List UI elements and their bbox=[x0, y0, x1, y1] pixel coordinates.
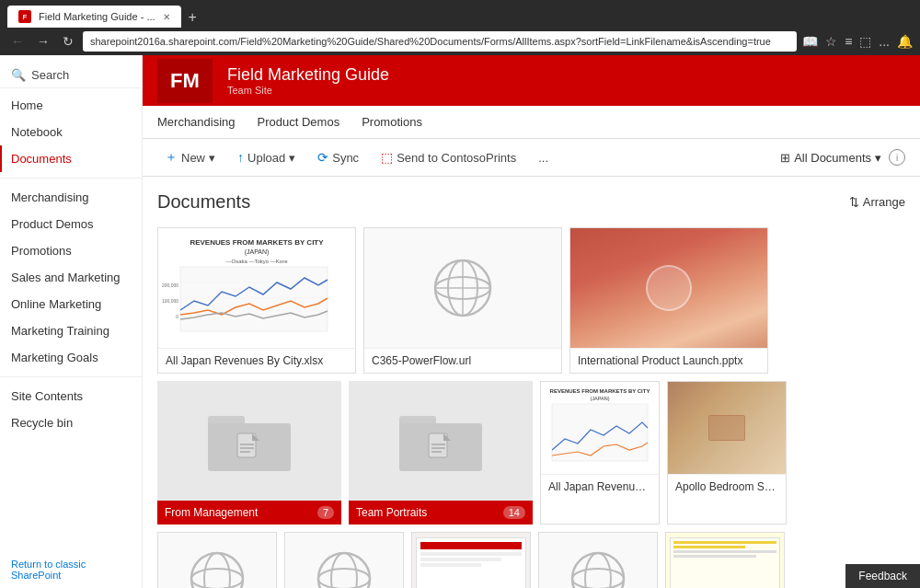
sidebar-item-home[interactable]: Home bbox=[0, 92, 142, 119]
notifications-icon[interactable]: 🔔 bbox=[897, 34, 913, 49]
svg-text:200,000: 200,000 bbox=[162, 282, 178, 288]
doc-thumbnail-contoso-product bbox=[412, 533, 530, 588]
doc-tile-contoso-product[interactable]: Contoso Product Inn... bbox=[411, 532, 531, 588]
favorites-icon[interactable]: ☆ bbox=[825, 34, 837, 49]
address-text: sharepoint2016a.sharepoint.com/Field%20M… bbox=[90, 36, 771, 47]
sub-nav-product-demos[interactable]: Product Demos bbox=[258, 108, 340, 136]
doc-name-apollo-bedroom: Apollo Bedroom Set.docx bbox=[668, 474, 786, 499]
folder-team-portraits[interactable]: Team Portraits 14 bbox=[349, 381, 533, 525]
new-button[interactable]: ＋ New ▾ bbox=[157, 144, 223, 170]
folder-name-management: From Management 7 bbox=[157, 501, 341, 525]
svg-text:100,000: 100,000 bbox=[162, 298, 178, 304]
new-tab-button[interactable]: + bbox=[181, 9, 204, 26]
browser-toolbar: ← → ↻ sharepoint2016a.sharepoint.com/Fie… bbox=[0, 28, 920, 55]
globe-icon-svg bbox=[431, 256, 495, 320]
return-to-classic-link[interactable]: Return to classic SharePoint bbox=[0, 551, 142, 588]
search-icon: 🔍 bbox=[11, 68, 26, 82]
arrange-icon: ⇅ bbox=[849, 195, 859, 209]
refresh-button[interactable]: ↻ bbox=[59, 32, 77, 51]
sidebar-item-notebook[interactable]: Notebook bbox=[0, 119, 142, 145]
forward-button[interactable]: → bbox=[33, 32, 53, 51]
doc-tile-contoso-purchasing[interactable]: Contoso Purchasing Pro... bbox=[538, 532, 658, 588]
svg-point-36 bbox=[572, 553, 624, 588]
sidebar-item-online-marketing[interactable]: Online Marketing bbox=[0, 291, 142, 317]
sidebar-item-marketing-goals[interactable]: Marketing Goals bbox=[0, 344, 142, 371]
browser-toolbar-icons: 📖 ☆ ≡ ⬚ ... 🔔 bbox=[802, 34, 913, 49]
arrange-button[interactable]: ⇅ Arrange bbox=[849, 195, 905, 209]
doc-tile-apollo-bedroom[interactable]: Apollo Bedroom Set.docx bbox=[667, 381, 787, 525]
back-button[interactable]: ← bbox=[7, 32, 28, 51]
reading-view-icon[interactable]: 📖 bbox=[802, 34, 818, 49]
all-documents-button[interactable]: ⊞ All Documents ▾ bbox=[780, 151, 881, 165]
svg-text:—Osaka  —Tokyo  —Kore: —Osaka —Tokyo —Kore bbox=[225, 259, 288, 264]
doc-tile-japan-2[interactable]: REVENUES FROM MARKETS BY CITY (JAPAN) Al… bbox=[540, 381, 660, 525]
info-button[interactable]: i bbox=[889, 149, 905, 166]
sidebar-item-merchandising[interactable]: Merchandising bbox=[0, 184, 142, 211]
folder-name-portraits: Team Portraits 14 bbox=[349, 501, 533, 525]
docs-title: Documents bbox=[157, 191, 250, 213]
sidebar-item-site-contents[interactable]: Site Contents bbox=[0, 383, 142, 409]
sidebar-item-product-demos[interactable]: Product Demos bbox=[0, 211, 142, 237]
globe-icon-svg-3 bbox=[312, 547, 376, 588]
docs-area: Documents ⇅ Arrange REVENUES FROM MARKET… bbox=[143, 177, 920, 588]
hub-icon[interactable]: ≡ bbox=[845, 34, 852, 49]
tab-favicon: F bbox=[18, 10, 31, 23]
doc-tile-contract-proposals[interactable]: Contract Proposals.d... bbox=[665, 532, 785, 588]
more-label: ... bbox=[538, 151, 548, 165]
sidebar-item-recycle-bin[interactable]: Recycle bin bbox=[0, 409, 142, 436]
folder-count-portraits: 14 bbox=[503, 506, 525, 519]
doc-tile-c365-2[interactable]: C365-PowerFlow.url bbox=[284, 532, 404, 588]
sidebar-item-promotions[interactable]: Promotions bbox=[0, 237, 142, 264]
feedback-button[interactable]: Feedback bbox=[845, 564, 920, 588]
doc-thumbnail-contract bbox=[666, 533, 784, 588]
sub-nav-promotions[interactable]: Promotions bbox=[362, 108, 422, 136]
arrange-label: Arrange bbox=[863, 195, 905, 209]
plus-icon: ＋ bbox=[165, 149, 178, 166]
close-tab-icon[interactable]: ✕ bbox=[163, 12, 170, 22]
more-icon[interactable]: ... bbox=[879, 34, 890, 49]
svg-point-33 bbox=[318, 553, 370, 588]
more-button[interactable]: ... bbox=[531, 146, 556, 169]
svg-text:REVENUES FROM MARKETS BY CITY: REVENUES FROM MARKETS BY CITY bbox=[550, 388, 650, 394]
toolbar-right: ⊞ All Documents ▾ i bbox=[780, 149, 905, 166]
browser-tab-active[interactable]: F Field Marketing Guide - ... ✕ bbox=[7, 6, 181, 28]
svg-point-34 bbox=[331, 553, 357, 588]
doc-toolbar: ＋ New ▾ ↑ Upload ▾ ⟳ Sync ⬚ Send to Cont… bbox=[143, 139, 920, 177]
sidebar: 🔍 Search Home Notebook Documents Merchan… bbox=[0, 55, 143, 588]
share-icon[interactable]: ⬚ bbox=[859, 34, 871, 49]
sidebar-divider-2 bbox=[0, 376, 142, 377]
doc-tile-japan-revenues[interactable]: REVENUES FROM MARKETS BY CITY (JAPAN) —O… bbox=[157, 227, 356, 374]
upload-icon: ↑ bbox=[237, 150, 244, 165]
sp-logo: FM bbox=[157, 59, 213, 103]
doc-tile-apollo-test[interactable]: Apollo Test Cases.docx... bbox=[157, 532, 277, 588]
send-button[interactable]: ⬚ Send to ContosoPrints bbox=[374, 145, 523, 169]
doc-tile-c365[interactable]: C365-PowerFlow.url bbox=[363, 227, 562, 374]
doc-thumbnail-c365-2 bbox=[285, 533, 403, 588]
upload-button[interactable]: ↑ Upload ▾ bbox=[230, 145, 303, 169]
doc-tile-intl-product[interactable]: International Product Launch.pptx bbox=[569, 227, 768, 374]
sidebar-item-sales-marketing[interactable]: Sales and Marketing bbox=[0, 264, 142, 291]
sync-button[interactable]: ⟳ Sync bbox=[310, 145, 366, 169]
send-label: Send to ContosoPrints bbox=[397, 151, 516, 165]
sub-nav: Merchandising Product Demos Promotions bbox=[143, 106, 920, 139]
svg-point-31 bbox=[204, 553, 230, 588]
sync-icon: ⟳ bbox=[317, 150, 328, 165]
excel-chart-small: REVENUES FROM MARKETS BY CITY (JAPAN) bbox=[545, 384, 655, 472]
sidebar-search[interactable]: 🔍 Search bbox=[0, 63, 142, 88]
doc-name-intl-product: International Product Launch.pptx bbox=[570, 348, 767, 373]
doc-name-japan-2: All Japan Revenues By... bbox=[541, 474, 659, 499]
doc-thumbnail-apollo-test bbox=[158, 533, 276, 588]
sp-site-title: Field Marketing Guide bbox=[227, 65, 389, 85]
globe-icon-svg-2 bbox=[185, 547, 249, 588]
sub-nav-merchandising[interactable]: Merchandising bbox=[157, 108, 236, 136]
svg-text:(JAPAN): (JAPAN) bbox=[591, 396, 610, 401]
doc-thumbnail-url bbox=[364, 228, 561, 348]
doc-name-japan-revenues: All Japan Revenues By City.xlsx bbox=[158, 348, 355, 373]
sidebar-item-marketing-training[interactable]: Marketing Training bbox=[0, 317, 142, 344]
svg-rect-29 bbox=[552, 404, 648, 461]
address-bar[interactable]: sharepoint2016a.sharepoint.com/Field%20M… bbox=[83, 31, 797, 52]
doc-thumbnail-bedroom bbox=[668, 382, 786, 474]
svg-point-30 bbox=[191, 553, 243, 588]
folder-from-management[interactable]: From Management 7 bbox=[157, 381, 341, 525]
sidebar-item-documents[interactable]: Documents bbox=[0, 145, 142, 172]
